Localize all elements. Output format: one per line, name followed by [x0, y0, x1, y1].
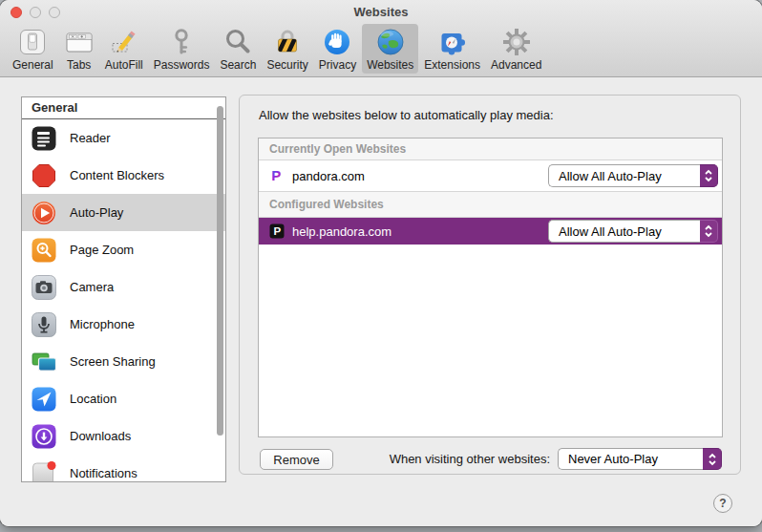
general-sidebar: General Reader Content Blockers: [21, 96, 226, 482]
tab-advanced[interactable]: Advanced: [486, 24, 546, 74]
stepper-arrows-icon: [700, 220, 718, 243]
sidebar-item-notifications[interactable]: Notifications: [22, 455, 225, 482]
section-header-currently-open: Currently Open Websites: [259, 138, 722, 160]
auto-play-select-pandora[interactable]: Allow All Auto-Play: [548, 164, 718, 187]
preferences-toolbar: General Tabs: [8, 24, 547, 74]
tab-autofill-label: AutoFill: [105, 58, 143, 72]
sidebar-item-content-blockers[interactable]: Content Blockers: [22, 157, 225, 194]
microphone-icon: [32, 312, 56, 337]
site-label: pandora.com: [292, 169, 365, 183]
auto-play-select-help-pandora[interactable]: Allow All Auto-Play: [548, 220, 718, 243]
hand-icon: [322, 27, 352, 57]
tab-privacy-label: Privacy: [319, 58, 356, 72]
sidebar-item-auto-play[interactable]: Auto-Play: [22, 194, 225, 231]
tab-extensions-label: Extensions: [424, 58, 480, 72]
location-icon: [32, 387, 56, 412]
sidebar-item-reader[interactable]: Reader: [22, 119, 225, 157]
tab-security-label: Security: [266, 58, 307, 72]
sidebar-item-location[interactable]: Location: [22, 380, 225, 417]
sidebar-item-page-zoom[interactable]: Page Zoom: [22, 231, 225, 268]
screen-sharing-icon: [32, 350, 56, 374]
panel-heading: Allow the websites below to automaticall…: [259, 108, 554, 122]
other-websites-setting: When visiting other websites: Never Auto…: [390, 448, 722, 470]
sidebar-item-label: Reader: [70, 131, 111, 145]
sidebar-item-label: Microphone: [70, 317, 135, 331]
sidebar-item-label: Screen Sharing: [70, 354, 156, 369]
pandora-black-p-icon: P: [269, 223, 285, 239]
magnifier-icon: [222, 27, 253, 57]
remove-button[interactable]: Remove: [260, 449, 333, 470]
sidebar-item-camera[interactable]: Camera: [22, 268, 225, 306]
reader-icon: [32, 126, 56, 151]
globe-icon: [375, 27, 406, 57]
sidebar-item-microphone[interactable]: Microphone: [22, 306, 225, 343]
site-row-help-pandora[interactable]: P help.pandora.com Allow All Auto-Play: [259, 218, 722, 245]
puzzle-icon: [437, 27, 468, 57]
tab-privacy[interactable]: Privacy: [314, 24, 361, 74]
window-title: Websites: [0, 5, 762, 19]
tab-autofill[interactable]: AutoFill: [100, 24, 148, 74]
tab-passwords[interactable]: Passwords: [149, 24, 215, 74]
content-blocker-icon: [32, 163, 56, 188]
help-button[interactable]: ?: [713, 494, 732, 513]
pencil-icon: [109, 27, 139, 57]
tab-extensions[interactable]: Extensions: [419, 24, 485, 74]
stepper-arrows-icon: [700, 164, 718, 187]
selected-option-label: Allow All Auto-Play: [548, 220, 700, 243]
tab-advanced-label: Advanced: [491, 58, 541, 72]
svg-text:P: P: [273, 225, 281, 237]
camera-icon: [32, 275, 56, 300]
pandora-gradient-p-icon: P: [269, 168, 285, 183]
tab-general-label: General: [12, 58, 53, 72]
site-label: help.pandora.com: [292, 224, 392, 239]
window-chrome: Websites General: [0, 0, 762, 77]
sidebar-scrollbar[interactable]: [217, 106, 223, 436]
auto-play-icon: [32, 201, 56, 225]
sidebar-item-label: Page Zoom: [70, 243, 134, 257]
lock-icon: [272, 27, 303, 57]
preferences-window: Websites General: [0, 0, 762, 526]
sidebar-item-screen-sharing[interactable]: Screen Sharing: [22, 343, 225, 380]
key-icon: [166, 27, 197, 57]
site-row-pandora[interactable]: P pandora.com Allow All Auto-Play: [259, 160, 722, 192]
tab-security[interactable]: Security: [262, 24, 312, 74]
stepper-arrows-icon: [703, 448, 722, 470]
content-area: General Reader Content Blockers: [0, 78, 762, 526]
sidebar-header: General: [22, 97, 225, 119]
gear-icon: [501, 27, 532, 57]
websites-list: Currently Open Websites P pandora.com Al…: [258, 138, 723, 437]
downloads-icon: [32, 424, 56, 449]
switch-icon: [17, 27, 48, 57]
page-zoom-icon: [32, 238, 56, 263]
tab-search-label: Search: [220, 58, 256, 72]
tab-tabs[interactable]: Tabs: [59, 24, 99, 74]
sidebar-item-label: Auto-Play: [70, 205, 123, 220]
sidebar-item-label: Camera: [70, 280, 114, 294]
sidebar-item-label: Content Blockers: [70, 168, 164, 182]
sidebar-item-label: Location: [70, 392, 116, 406]
selected-option-label: Never Auto-Play: [558, 448, 703, 470]
sidebar-item-label: Notifications: [70, 466, 138, 480]
section-header-configured: Configured Websites: [259, 192, 722, 218]
tab-tabs-label: Tabs: [67, 58, 91, 72]
tabs-icon: [64, 27, 95, 57]
tab-websites-label: Websites: [367, 58, 413, 72]
other-websites-select[interactable]: Never Auto-Play: [558, 448, 722, 470]
tab-search[interactable]: Search: [215, 24, 261, 74]
tab-passwords-label: Passwords: [154, 58, 210, 72]
sidebar-item-label: Downloads: [70, 429, 131, 443]
selected-option-label: Allow All Auto-Play: [548, 164, 700, 187]
auto-play-panel: Allow the websites below to automaticall…: [239, 95, 741, 475]
tab-websites[interactable]: Websites: [362, 24, 418, 74]
sidebar-item-downloads[interactable]: Downloads: [22, 417, 225, 455]
tab-general[interactable]: General: [8, 24, 58, 74]
notifications-icon: [32, 461, 56, 483]
svg-text:P: P: [271, 168, 281, 183]
other-websites-label: When visiting other websites:: [390, 452, 550, 466]
